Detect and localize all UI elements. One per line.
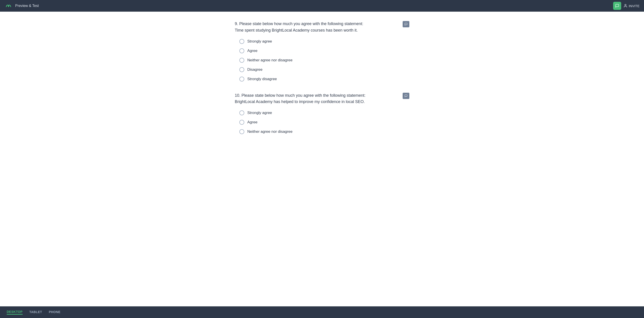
invite-label: INVITE (629, 4, 640, 8)
svg-point-1 (8, 6, 9, 7)
question-9-option-neither[interactable]: Neither agree nor disagree (239, 58, 409, 63)
radio-q10-strongly-agree[interactable] (239, 110, 244, 115)
chat-icon (615, 4, 619, 8)
question-9-option-disagree[interactable]: Disagree (239, 67, 409, 72)
question-9-option-strongly-disagree[interactable]: Strongly disagree (239, 77, 409, 82)
chat-button[interactable] (613, 2, 621, 10)
radio-q9-strongly-agree[interactable] (239, 39, 244, 44)
question-9-line2: Time spent studying BrightLocal Academy … (235, 28, 358, 33)
question-10-option-neither[interactable]: Neither agree nor disagree (239, 129, 409, 134)
question-9-options: Strongly agree Agree Neither agree nor d… (235, 39, 409, 82)
logo-icon (4, 2, 12, 10)
question-10-comment-button[interactable] (403, 93, 409, 99)
question-9-block: 9. Please state below how much you agree… (235, 21, 409, 82)
question-9-option-agree[interactable]: Agree (239, 48, 409, 53)
footer: DESKTOP TABLET PHONE (0, 306, 644, 318)
question-10-options: Strongly agree Agree Neither agree nor d… (235, 110, 409, 134)
header-right: INVITE (613, 2, 640, 10)
header-left: Preview & Test (4, 2, 39, 10)
user-icon (624, 4, 628, 8)
header-title: Preview & Test (15, 4, 39, 8)
footer-tab-phone[interactable]: PHONE (49, 310, 60, 314)
question-9-line1: 9. Please state below how much you agree… (235, 22, 363, 26)
option-label-q9-agree: Agree (248, 49, 258, 53)
question-9-text: 9. Please state below how much you agree… (235, 21, 409, 34)
question-10-block: 10. Please state below how much you agre… (235, 92, 409, 134)
question-10-text: 10. Please state below how much you agre… (235, 92, 409, 105)
comment-icon (404, 23, 408, 26)
svg-point-2 (625, 4, 626, 6)
option-label-q10-neither: Neither agree nor disagree (248, 129, 292, 134)
radio-q10-agree[interactable] (239, 120, 244, 125)
question-10-line1: 10. Please state below how much you agre… (235, 93, 366, 98)
option-label-q9-strongly-agree: Strongly agree (248, 39, 272, 44)
question-9-comment-button[interactable] (403, 21, 409, 27)
option-label-q9-neither: Neither agree nor disagree (248, 58, 292, 63)
invite-button[interactable]: INVITE (624, 4, 640, 8)
question-10-option-agree[interactable]: Agree (239, 120, 409, 125)
radio-q10-neither[interactable] (239, 129, 244, 134)
footer-tab-desktop[interactable]: DESKTOP (7, 310, 22, 315)
radio-q9-disagree[interactable] (239, 67, 244, 72)
radio-q9-neither[interactable] (239, 58, 244, 63)
survey-container: 9. Please state below how much you agree… (222, 21, 423, 134)
question-10-option-strongly-agree[interactable]: Strongly agree (239, 110, 409, 115)
radio-q9-agree[interactable] (239, 48, 244, 53)
option-label-q10-strongly-agree: Strongly agree (248, 111, 272, 115)
option-label-q9-strongly-disagree: Strongly disagree (248, 77, 277, 81)
question-9-option-strongly-agree[interactable]: Strongly agree (239, 39, 409, 44)
question-10-line2: BrightLocal Academy has helped to improv… (235, 99, 365, 104)
radio-q9-strongly-disagree[interactable] (239, 77, 244, 82)
comment-icon-q10 (404, 94, 408, 97)
question-10-content: 10. Please state below how much you agre… (235, 92, 400, 105)
option-label-q9-disagree: Disagree (248, 67, 262, 72)
footer-tab-tablet[interactable]: TABLET (29, 310, 42, 314)
question-9-content: 9. Please state below how much you agree… (235, 21, 400, 34)
main-content: 9. Please state below how much you agree… (0, 12, 644, 306)
header: Preview & Test INVITE (0, 0, 644, 12)
option-label-q10-agree: Agree (248, 120, 258, 125)
